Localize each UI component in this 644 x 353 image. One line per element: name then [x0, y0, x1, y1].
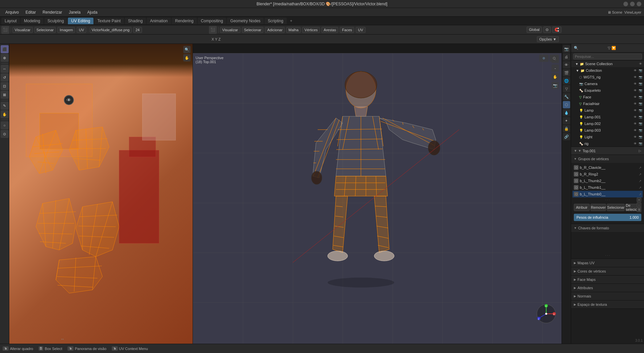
tab-sculpting[interactable]: Sculpting	[44, 18, 67, 24]
vg-selecionar-button[interactable]: Selecionar	[607, 204, 625, 211]
attributes-header[interactable]: ▶ Attributes	[571, 284, 644, 292]
outliner-item-light[interactable]: 💡 Light 👁 📷	[571, 134, 644, 140]
uv-maps-header[interactable]: ▶ Mapas UV	[571, 259, 644, 267]
viewport-mode-select[interactable]: ⬛	[209, 26, 217, 34]
outliner-item-lamp003[interactable]: 💡 Lamp.003 👁 📷	[571, 127, 644, 134]
vp-faces[interactable]: Faces	[340, 27, 354, 33]
window-controls[interactable]	[623, 2, 641, 6]
uv-tool-scale[interactable]: ⊡	[1, 82, 9, 90]
tab-animation[interactable]: Animation	[147, 18, 171, 24]
vp-selecionar[interactable]: Selecionar	[242, 27, 264, 33]
minimize-button[interactable]	[623, 2, 628, 6]
facialhair-visibility-icon[interactable]: 👁	[633, 101, 637, 106]
outliner-item-face[interactable]: ▽ Face 👁 📷	[571, 94, 644, 100]
outliner-search-input[interactable]	[573, 54, 642, 59]
maximize-button[interactable]	[630, 2, 635, 6]
rig-render-icon[interactable]: 📷	[638, 141, 643, 146]
add-workspace-button[interactable]: +	[287, 18, 295, 24]
uv-resolution[interactable]: 24	[133, 27, 142, 33]
vg-item-clavicle[interactable]: ⬡ b_R_Clavicle__ ↗	[572, 164, 643, 171]
uv-filename[interactable]: VictorNude_diffuse.png	[89, 27, 132, 33]
wgts-render-icon[interactable]: 📷	[638, 75, 643, 79]
menu-item-ajuda[interactable]: Ajuda	[84, 9, 100, 15]
viewport-options[interactable]: Opções ▼	[537, 36, 559, 42]
uv-tool-cursor[interactable]: ⊕	[1, 54, 9, 62]
wgts-visibility-icon[interactable]: 👁	[633, 75, 637, 79]
vp-zoom-out-button[interactable]: -	[552, 64, 559, 72]
prop-icon-view[interactable]: 👁	[563, 61, 570, 68]
esqueleto-visibility-icon[interactable]: 👁	[633, 88, 637, 93]
vg-scroll-mid[interactable]: ☰	[637, 207, 641, 212]
lamp-visibility-icon[interactable]: 👁	[633, 108, 637, 113]
vg-item-thumb0[interactable]: ⬡ b_L_Thumb0__ ↗	[572, 191, 643, 197]
outliner-filter[interactable]: ▽ 🔽	[608, 46, 642, 50]
vg-scroll-down[interactable]: -	[637, 202, 641, 207]
light-render-icon[interactable]: 📷	[638, 135, 643, 139]
3d-viewport[interactable]: User Perspective (18) Top.001 + - ✋ 📷 X …	[193, 44, 562, 344]
vg-remover-button[interactable]: Remover	[590, 204, 606, 211]
props-object-name[interactable]: Top.001	[583, 149, 637, 153]
format-keys-header[interactable]: ▼ Chaves de formato	[571, 224, 644, 232]
uv-canvas[interactable]: 👁 ↔	[9, 44, 193, 344]
tab-compositing[interactable]: Compositing	[198, 18, 227, 24]
influence-bar[interactable]: Pesos de influência 1.000	[574, 214, 641, 221]
lamp-render-icon[interactable]: 📷	[638, 108, 643, 113]
face-render-icon[interactable]: 📷	[638, 95, 643, 99]
vg-item-thumb1[interactable]: ⬡ b_L_Thumb1__ ↗	[572, 184, 643, 191]
esqueleto-render-icon[interactable]: 📷	[638, 88, 643, 93]
close-button[interactable]	[637, 2, 641, 6]
outliner-item-lamp002[interactable]: 💡 Lamp.002 👁 📷	[571, 120, 644, 127]
outliner-item-camera[interactable]: 📷 Camera 👁 📷	[571, 80, 644, 87]
vp-visualizar[interactable]: Visualizar	[220, 27, 241, 33]
tab-modeling[interactable]: Modeling	[21, 18, 44, 24]
lamp001-render-icon[interactable]: 📷	[638, 115, 643, 119]
tab-shading[interactable]: Shading	[125, 18, 146, 24]
outliner-item-collection[interactable]: ▼ 📁 Collection 👁 📷	[571, 67, 644, 74]
uv-pan-button[interactable]: ✋	[183, 54, 191, 61]
uv-imagem[interactable]: Imagem	[57, 27, 75, 33]
uv-tool-annotate[interactable]: ✎	[1, 102, 9, 110]
lamp003-render-icon[interactable]: 📷	[638, 128, 643, 133]
uv-tool-pinch[interactable]: ○	[1, 121, 9, 129]
outliner-item-wgts[interactable]: ⬡ WGTS_rig 👁 📷	[571, 74, 644, 80]
tab-layout[interactable]: Layout	[1, 18, 20, 24]
outliner-item-lamp001[interactable]: 💡 Lamp.001 👁 📷	[571, 114, 644, 120]
prop-icon-render[interactable]: 📷	[563, 45, 570, 53]
uv-selecionar[interactable]: Selecionar	[34, 27, 56, 33]
prop-icon-constraints[interactable]: 🔗	[563, 133, 570, 140]
tab-texture-paint[interactable]: Texture Paint	[94, 18, 124, 24]
lamp002-render-icon[interactable]: 📷	[638, 121, 643, 126]
vg-scroll-up[interactable]: +	[637, 197, 641, 202]
camera-visibility-icon[interactable]: 👁	[633, 81, 637, 86]
prop-icon-object[interactable]: ▽	[563, 85, 570, 92]
transform-orientation[interactable]: Global	[527, 27, 542, 33]
uv-uv[interactable]: UV	[77, 27, 86, 33]
light-visibility-icon[interactable]: 👁	[633, 135, 637, 139]
facialhair-render-icon[interactable]: 📷	[638, 101, 643, 106]
vp-adicionar[interactable]: Adicionar	[265, 27, 285, 33]
tab-scripting[interactable]: Scripting	[264, 18, 287, 24]
outliner-item-rig[interactable]: 🦴 rig 👁 📷	[571, 140, 644, 147]
uv-tool-move[interactable]: ↔	[1, 65, 9, 73]
prop-icon-data[interactable]: ⬡	[563, 101, 570, 108]
prop-icon-particles[interactable]: ✦	[563, 117, 570, 124]
face-visibility-icon[interactable]: 👁	[633, 95, 637, 99]
outliner-item-lamp[interactable]: 💡 Lamp 👁 📷	[571, 107, 644, 114]
viewport-gizmo[interactable]: X Y Z	[536, 304, 556, 324]
vg-item-ring2[interactable]: ⬡ b_R_Ring2 ↗	[572, 171, 643, 177]
viewport-shading[interactable]: ⬡	[550, 55, 559, 62]
menu-item-editar[interactable]: Editar	[23, 9, 39, 15]
menu-item-renderizar[interactable]: Renderizar	[40, 9, 65, 15]
face-maps-header[interactable]: ▶ Face Maps	[571, 276, 644, 284]
snap-toggle[interactable]: 🧲	[552, 27, 562, 33]
uv-tool-select[interactable]: ⬛	[1, 45, 9, 53]
outliner-item-esqueleto[interactable]: 🦴 Esqueleto 👁 📷	[571, 87, 644, 94]
tab-geometry-nodes[interactable]: Geometry Nodes	[227, 18, 264, 24]
vg-atribuir-button[interactable]: Atribuir	[574, 204, 590, 211]
props-chevron-icon[interactable]: ▷	[639, 149, 641, 153]
vp-pan-button[interactable]: ✋	[552, 73, 559, 80]
prop-icon-material[interactable]: 💧	[563, 109, 570, 116]
prop-icon-physics[interactable]: 🔒	[563, 125, 570, 132]
uv-tool-relax[interactable]: ⊙	[1, 130, 9, 138]
format-keys-expand[interactable]: · · ·	[605, 254, 610, 257]
